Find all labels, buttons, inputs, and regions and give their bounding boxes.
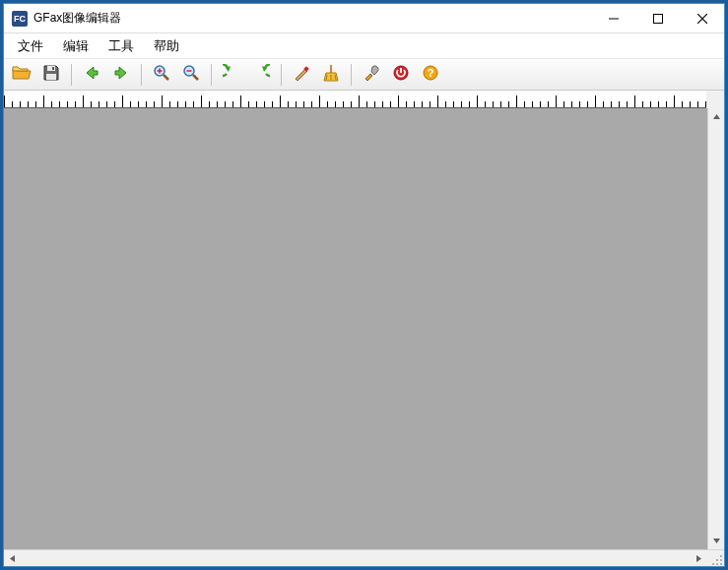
- settings-button[interactable]: [358, 62, 385, 88]
- minimize-button[interactable]: [591, 4, 635, 33]
- ruler-tick: [563, 101, 564, 107]
- menu-help[interactable]: 帮助: [144, 34, 189, 58]
- ruler-tick: [91, 101, 92, 107]
- ruler-tick: [351, 101, 352, 107]
- ruler-tick: [130, 101, 131, 107]
- ruler-tick: [516, 95, 517, 107]
- ruler-tick: [359, 95, 360, 107]
- forward-button[interactable]: [107, 62, 135, 88]
- ruler-tick: [4, 95, 5, 107]
- menu-tools[interactable]: 工具: [99, 34, 144, 58]
- ruler-tick: [493, 101, 494, 107]
- app-icon: FC: [12, 11, 28, 27]
- window-controls: [591, 4, 724, 32]
- ruler-tick: [59, 101, 60, 107]
- toolbar-separator: [71, 64, 72, 86]
- menu-bar: 文件 编辑 工具 帮助: [4, 33, 724, 59]
- ruler-tick: [508, 101, 509, 107]
- menu-file[interactable]: 文件: [8, 34, 53, 58]
- ruler-tick: [469, 101, 470, 107]
- ruler-tick: [114, 101, 115, 107]
- scroll-right-button[interactable]: [691, 550, 707, 566]
- ruler-tick: [366, 101, 367, 107]
- ruler-tick: [556, 95, 557, 107]
- ruler-tick: [177, 101, 178, 107]
- ruler-tick: [201, 95, 202, 107]
- scroll-up-button[interactable]: [708, 108, 724, 125]
- ruler-tick: [587, 101, 588, 107]
- svg-point-22: [720, 555, 722, 557]
- brush-button[interactable]: [288, 62, 315, 88]
- ruler-tick: [296, 101, 297, 107]
- resize-grip[interactable]: [707, 550, 724, 566]
- svg-rect-5: [46, 74, 56, 80]
- floppy-save-icon: [42, 64, 60, 85]
- ruler-tick: [122, 95, 123, 107]
- close-button[interactable]: [680, 4, 724, 33]
- ruler-tick: [477, 95, 478, 107]
- open-button[interactable]: [8, 62, 35, 88]
- title-bar: FC GFax图像编辑器: [4, 4, 724, 33]
- help-button[interactable]: ?: [417, 62, 444, 88]
- scroll-v-track[interactable]: [708, 125, 724, 533]
- horizontal-scrollbar[interactable]: [4, 550, 707, 566]
- ruler-tick: [106, 101, 107, 107]
- power-button[interactable]: [387, 62, 415, 88]
- ruler-tick: [154, 101, 155, 107]
- clean-button[interactable]: [317, 62, 345, 88]
- toolbar-separator: [141, 64, 142, 86]
- undo-button[interactable]: [218, 62, 245, 88]
- ruler-tick: [75, 101, 76, 107]
- zoom-in-button[interactable]: [148, 62, 175, 88]
- svg-point-23: [716, 559, 718, 561]
- arrow-left-icon: [83, 64, 100, 85]
- save-button[interactable]: [37, 62, 65, 88]
- ruler-tick: [83, 95, 84, 107]
- ruler-tick: [579, 101, 580, 107]
- ruler-tick: [225, 101, 226, 107]
- vertical-scrollbar[interactable]: [707, 108, 724, 549]
- ruler-tick: [532, 101, 533, 107]
- ruler-tick: [382, 101, 383, 107]
- maximize-button[interactable]: [635, 4, 680, 33]
- menu-edit[interactable]: 编辑: [53, 34, 99, 58]
- ruler-tick: [272, 101, 273, 107]
- ruler-tick: [406, 101, 407, 107]
- ruler-tick: [256, 101, 257, 107]
- folder-open-icon: [12, 64, 32, 85]
- ruler-tick: [335, 101, 336, 107]
- ruler-tick: [327, 101, 328, 107]
- svg-line-12: [193, 75, 198, 80]
- scroll-left-button[interactable]: [4, 550, 21, 566]
- ruler-tick: [650, 101, 651, 107]
- ruler-tick: [43, 95, 44, 107]
- window-title: GFax图像编辑器: [33, 10, 121, 27]
- ruler-tick: [422, 101, 423, 107]
- redo-icon: [252, 64, 270, 85]
- toolbar-separator: [351, 64, 352, 86]
- scroll-h-track[interactable]: [21, 550, 691, 566]
- zoom-in-icon: [153, 64, 170, 85]
- svg-rect-1: [653, 15, 662, 24]
- ruler-tick: [666, 101, 667, 107]
- toolbar-separator: [211, 64, 212, 86]
- ruler-tick: [485, 101, 486, 107]
- ruler-tick: [453, 101, 454, 107]
- scroll-down-button[interactable]: [708, 533, 724, 549]
- canvas-area[interactable]: [4, 108, 707, 549]
- brush-icon: [293, 64, 310, 85]
- ruler-tick: [311, 101, 312, 107]
- zoom-out-button[interactable]: [177, 62, 205, 88]
- redo-button[interactable]: [247, 62, 275, 88]
- svg-line-8: [164, 75, 168, 80]
- back-button[interactable]: [78, 62, 105, 88]
- ruler-tick: [634, 95, 635, 107]
- horizontal-ruler: [4, 91, 706, 108]
- broom-icon: [322, 64, 340, 85]
- help-icon: ?: [422, 64, 439, 85]
- canvas-row: [4, 108, 724, 549]
- ruler-tick: [162, 95, 163, 107]
- ruler-tick: [658, 101, 659, 107]
- ruler-tick: [303, 101, 304, 107]
- ruler-tick: [169, 101, 170, 107]
